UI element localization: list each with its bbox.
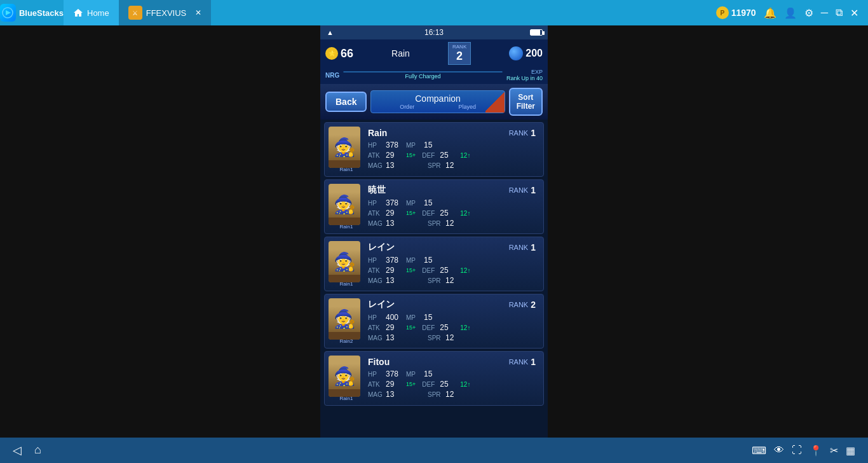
def-label: DEF: [422, 152, 438, 159]
eye-icon[interactable]: 👁: [774, 445, 784, 457]
keyboard-icon[interactable]: ⌨: [752, 445, 766, 457]
nrg-bar-area: NRG 83/42 Fully Charged EXP Rank Up in 4…: [320, 67, 548, 84]
level-number: 66: [341, 47, 353, 60]
svg-marker-1: [6, 10, 11, 15]
bottom-taskbar: ◁ ⌂ ⌨ 👁 ⛶ 📍 ✂ ▦: [0, 438, 868, 463]
char-figure: 🧙: [329, 298, 360, 340]
mag-label: MAG: [368, 391, 384, 398]
def-val: 25: [440, 380, 459, 389]
nav-area: Back Companion Order Played Sort Filter: [320, 84, 548, 120]
mp-val: 15: [424, 256, 443, 265]
phone-area: ▲ 16:13 ⭐ 66 Rain RANK 2 200: [0, 25, 868, 438]
clock: 16:13: [424, 28, 444, 37]
companion-item[interactable]: 🧙 Rain1 レイン RANK 1 HP 378 MP 15 ATK 29: [324, 237, 544, 291]
atk-plus: 15+: [406, 210, 416, 216]
back-nav-icon[interactable]: ◁: [13, 443, 22, 457]
atk-val: 29: [386, 323, 405, 332]
scissors-icon[interactable]: ✂: [830, 445, 838, 457]
char-figure: 🧙: [329, 127, 360, 168]
stats-header: Fitou RANK 1: [368, 357, 536, 367]
close-tab-icon[interactable]: ✕: [195, 8, 201, 17]
char-label: Rain2: [329, 338, 364, 344]
mp-val: 15: [424, 141, 443, 149]
back-button[interactable]: Back: [325, 92, 367, 112]
rank-number: 2: [452, 50, 466, 63]
battery-icon: [530, 29, 543, 36]
profile-icon[interactable]: 👤: [784, 7, 797, 19]
atk-row: ATK 29 15+ DEF 25 12↑: [368, 323, 536, 332]
char-label: Rain1: [329, 396, 364, 401]
exp-label: EXP: [531, 69, 543, 75]
game-icon: ⚔: [128, 6, 142, 20]
mag-row: MAG 13 SPR 12: [368, 161, 536, 170]
spr-label: SPR: [428, 277, 444, 284]
title-bar-right: P 11970 🔔 👤 ⚙ ─ ⧉ ✕: [716, 6, 868, 19]
nrg-charged: Fully Charged: [343, 73, 503, 79]
companion-stats: レイン RANK 2 HP 400 MP 15 ATK 29 15+ DEF 2…: [364, 299, 539, 343]
game-tab[interactable]: ⚔ FFEXVIUS ✕: [119, 0, 212, 25]
bluestacks-logo: BlueStacks: [0, 0, 64, 25]
mag-row: MAG 13 SPR 12: [368, 390, 536, 399]
close-icon[interactable]: ✕: [850, 7, 858, 19]
hp-val: 378: [386, 141, 405, 149]
diagonal-decoration: [485, 91, 505, 113]
rank-badge: RANK 2: [448, 42, 471, 65]
mp-val: 15: [424, 370, 443, 378]
def-val: 25: [440, 151, 459, 160]
char-sprite: 🧙 Rain1: [329, 241, 364, 287]
spr-val: 12: [445, 219, 465, 228]
mag-val: 13: [386, 390, 405, 399]
minimize-icon[interactable]: ─: [821, 7, 828, 18]
sphere-icon: [509, 46, 523, 60]
char-sprite: 🧙 Rain1: [329, 184, 364, 230]
char-label: Rain1: [329, 167, 364, 172]
mp-label: MP: [406, 142, 423, 149]
def-label: DEF: [422, 324, 438, 331]
companion-item[interactable]: 🧙 Rain1 暁世 RANK 1 HP 378 MP 15 ATK 29: [324, 179, 544, 234]
player-name: Rain: [391, 48, 410, 59]
companion-item[interactable]: 🧙 Rain1 Rain RANK 1 HP 378 MP 15 ATK 2: [324, 122, 544, 177]
bottom-left-buttons: ◁ ⌂: [13, 443, 41, 457]
phone-screen: ▲ 16:13 ⭐ 66 Rain RANK 2 200: [320, 25, 548, 438]
home-nav-icon[interactable]: ⌂: [34, 443, 41, 457]
battery-fill: [531, 30, 540, 35]
restore-icon[interactable]: ⧉: [836, 7, 843, 18]
bottom-right-buttons: ⌨ 👁 ⛶ 📍 ✂ ▦: [752, 445, 855, 457]
atk-val: 29: [386, 380, 405, 389]
sort-filter-button[interactable]: Sort Filter: [509, 88, 543, 116]
def-arrow: 12↑: [460, 324, 470, 331]
expand-icon[interactable]: ⛶: [792, 445, 802, 457]
settings-icon[interactable]: ⚙: [804, 7, 813, 19]
atk-label: ATK: [368, 324, 384, 331]
hp-val: 378: [386, 198, 405, 207]
spr-val: 12: [445, 390, 465, 399]
location-icon[interactable]: 📍: [810, 445, 822, 457]
companion-tab[interactable]: Companion Order Played: [370, 90, 505, 113]
atk-val: 29: [386, 151, 405, 160]
bluestacks-icon: [0, 4, 16, 22]
hp-label: HP: [368, 371, 384, 378]
frame-icon[interactable]: ▦: [846, 445, 855, 457]
companion-stats: Fitou RANK 1 HP 378 MP 15 ATK 29 15+ DEF…: [364, 357, 539, 400]
mag-label: MAG: [368, 162, 384, 169]
rank-info: RANK 2: [509, 300, 536, 310]
spr-val: 12: [445, 161, 465, 170]
companion-item[interactable]: 🧙 Rain1 Fitou RANK 1 HP 378 MP 15 ATK: [324, 351, 544, 406]
companion-item[interactable]: 🧙 Rain2 レイン RANK 2 HP 400 MP 15 ATK 29: [324, 294, 544, 349]
stats-header: 暁世 RANK 1: [368, 184, 536, 196]
rank-word: RANK: [509, 244, 529, 251]
notification-icon[interactable]: 🔔: [764, 7, 776, 19]
player-level: ⭐ 66: [325, 47, 353, 60]
rank-info: RANK 1: [509, 242, 536, 252]
def-val: 25: [440, 266, 459, 275]
mag-val: 13: [386, 161, 405, 170]
title-bar: BlueStacks Home ⚔ FFEXVIUS ✕ P 11970 🔔 👤…: [0, 0, 868, 25]
def-label: DEF: [422, 267, 438, 274]
home-tab[interactable]: Home: [64, 0, 119, 25]
atk-row: ATK 29 15+ DEF 25 12↑: [368, 380, 536, 389]
companion-stats: Rain RANK 1 HP 378 MP 15 ATK 29 15+ DEF …: [364, 128, 539, 171]
atk-label: ATK: [368, 267, 384, 274]
def-arrow: 12↑: [460, 152, 470, 159]
mag-val: 13: [386, 333, 405, 342]
home-icon: [73, 8, 83, 18]
